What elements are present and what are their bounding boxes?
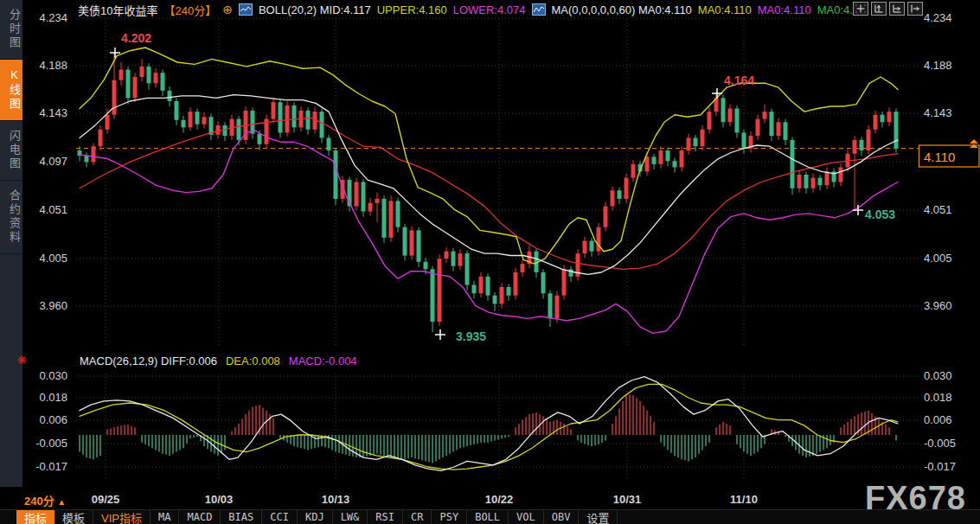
toolbar-item-RSI[interactable]: RSI [368,510,403,524]
axis-label-right: 4.143 [924,106,952,119]
boll-values: BOLL(20,2) MID:4.117 [259,3,371,16]
toolbar-item-LW&[interactable]: LW& [333,510,368,524]
toolbar-item-BOLL[interactable]: BOLL [467,510,509,524]
candle-body [687,137,691,150]
toolbar-item-CR[interactable]: CR [403,510,432,524]
candle-body [306,111,311,130]
candle-body [292,105,297,128]
axis-label-right: 0.018 [924,391,952,404]
candle-body [756,119,760,136]
axis-label-right: 0.006 [924,413,952,426]
candle-body [438,259,442,322]
axis-label-left: 0.006 [39,413,67,426]
next-pane-icon[interactable] [907,2,923,16]
sidebar-item-0[interactable]: 分时图 [0,0,22,60]
chart-toolbar-icons [853,2,923,16]
sidebar-item-1[interactable]: K线图 [0,60,22,121]
candle-body [431,269,435,322]
macd-diff-line [80,377,898,471]
candle-body [458,253,463,266]
boll-lower-value: LOWER:4.074 [453,3,526,16]
candle-body [839,167,843,182]
toolbar-item-MA[interactable]: MA [151,510,179,524]
chart-header: 美债10年收益率 【240分】 ⊕ BOLL(20,2) MID:4.117 U… [78,2,859,17]
date-label: 10/03 [205,493,234,506]
candle-body [99,130,103,146]
candle-body [867,130,871,150]
candle-body [583,241,587,254]
candle-body [555,296,560,319]
axis-label-left: -0.005 [35,437,67,450]
candle-body [85,156,89,162]
candle-body [777,122,781,136]
toolbar-item-设置[interactable]: 设置 [579,510,618,524]
toolbar-item-KDJ[interactable]: KDJ [298,510,333,524]
macd-settings-icon[interactable]: ❋ [17,354,27,367]
candle-body [818,178,823,186]
candle-body [161,73,165,91]
toolbar-item-VOL[interactable]: VOL [509,510,544,524]
axis-label-right: 0.030 [924,369,952,382]
boll-indicator-icon[interactable] [239,3,253,16]
axis-label-left: -0.017 [35,460,67,473]
candle-body [874,115,878,130]
ma-indicator-icon[interactable] [532,3,546,16]
toolbar-item-VIP指标[interactable]: VIP指标 [93,510,151,524]
candle-body [797,175,802,189]
candle-body [514,272,518,296]
axis-label-right: 3.960 [924,299,952,312]
candle-body [618,190,622,199]
candle-body [355,182,359,206]
sidebar-item-2[interactable]: 闪电图 [0,121,22,181]
price-annotation: 3.935 [456,329,486,343]
boll-upper-line [80,48,898,264]
candle-body [258,134,262,144]
axis-label-left: 4.005 [39,252,67,265]
scale-vertical-icon[interactable] [871,2,887,16]
chart-plot-area[interactable]: 4.2344.2344.1884.1884.1434.1434.0974.097… [0,0,980,524]
toolbar-item-CCI[interactable]: CCI [262,510,298,524]
candle-body [424,262,428,270]
candle-body [493,296,497,304]
candle-body [486,277,490,296]
period-selector[interactable]: 240分 ▲ [24,492,66,508]
axis-label-left: 0.030 [39,369,67,382]
price-annotation: 4.164 [724,73,754,87]
alert-arrows-icon [970,139,978,144]
candle-body [590,241,594,252]
toolbar-item-OBV[interactable]: OBV [544,510,580,524]
toolbar-item-指标[interactable]: 指标 [16,510,54,524]
toolbar-item-PSY[interactable]: PSY [432,510,467,524]
candle-body [154,73,158,83]
candle-body [168,91,172,101]
sidebar-item-3[interactable]: 合约资料 [0,181,22,254]
last-price-value: 4.110 [924,150,955,164]
candle-body [811,178,816,189]
candle-body [126,70,131,99]
macd-dea-value: DEA:0.008 [226,355,280,367]
candle-body [659,150,663,164]
toolbar-item-BIAS[interactable]: BIAS [221,510,262,524]
axis-label-left: 3.960 [39,299,67,312]
candle-body [202,117,207,125]
date-label: 09/25 [92,493,120,506]
candle-body [216,125,221,135]
scale-horizontal-icon[interactable] [889,2,905,16]
symbol-title: 美债10年收益率 [78,2,157,18]
candle-body [410,230,414,255]
candle-body [666,150,670,161]
candle-body [403,227,407,256]
add-compare-icon[interactable]: ⊕ [222,4,233,15]
toolbar-item-模板[interactable]: 模板 [54,510,93,524]
pan-move-icon[interactable] [853,2,868,16]
chart-app-window: 4.2344.2344.1884.1884.1434.1434.0974.097… [0,0,980,524]
candle-body [223,125,227,136]
macd-dea-line [80,384,898,470]
axis-label-right: -0.005 [924,437,956,450]
toolbar-item-MACD[interactable]: MACD [179,510,221,524]
candle-body [237,119,241,140]
candle-body [860,140,864,150]
candle-body [625,178,629,199]
axis-label-left: 4.234 [39,11,67,24]
candle-body [472,285,477,294]
